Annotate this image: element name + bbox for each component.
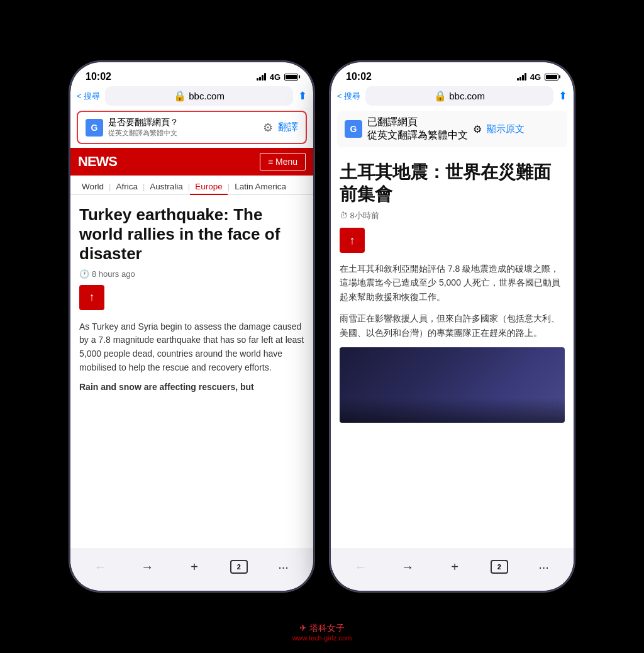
signal-label-left: 4G bbox=[270, 72, 280, 82]
time-right: 10:02 bbox=[346, 71, 372, 82]
watermark-text: 塔科女子 bbox=[309, 623, 345, 633]
translate-button-left[interactable]: 翻譯 bbox=[278, 121, 298, 134]
bottom-bar-right: ← → + 2 ··· bbox=[331, 549, 574, 591]
battery-right bbox=[545, 74, 558, 81]
translate-bar-right: G 已翻譯網頁 從英文翻譯為繁體中文 ⚙ 顯示原文 bbox=[337, 111, 567, 147]
gear-icon-left[interactable]: ⚙ bbox=[263, 121, 273, 135]
status-bar-left: 10:02 4G bbox=[70, 62, 313, 85]
search-back-right[interactable]: < 搜尋 bbox=[337, 91, 360, 102]
more-btn-right[interactable]: ··· bbox=[533, 555, 555, 578]
lock-icon-right: 🔒 bbox=[434, 90, 447, 102]
phone-right: 10:02 4G < 搜尋 🔒 bbc.com ⬆ bbox=[330, 61, 575, 592]
article-para2-left: Rain and snow are affecting rescuers, bu… bbox=[79, 381, 304, 394]
watermark-icon: ✈ bbox=[299, 623, 307, 633]
bbc-header-left: NEWS ≡ Menu bbox=[70, 148, 313, 176]
nav-europe-left[interactable]: Europe bbox=[190, 179, 228, 195]
translated-para2-right: 雨雪正在影響救援人員，但來自許多國家（包括意大利、美國、以色列和台灣）的專業團隊… bbox=[340, 311, 565, 340]
share-button-left[interactable]: ↑ bbox=[79, 285, 104, 310]
tab-box-left[interactable]: 2 bbox=[230, 560, 248, 574]
share-icon-right[interactable]: ⬆ bbox=[558, 89, 567, 103]
share-button-right[interactable]: ↑ bbox=[340, 228, 365, 253]
phone-left: 10:02 4G < 搜尋 🔒 bbc.com ⬆ bbox=[69, 61, 314, 592]
plus-btn-left[interactable]: + bbox=[183, 555, 206, 578]
translate-text-right: 已翻譯網頁 從英文翻譯為繁體中文 bbox=[367, 116, 468, 142]
google-translate-icon-left: G bbox=[86, 119, 103, 137]
signal-label-right: 4G bbox=[530, 72, 541, 82]
watermark-url: www.tech-girlz.com bbox=[292, 634, 352, 642]
bbc-menu-button-left[interactable]: ≡ Menu bbox=[260, 153, 306, 170]
tab-box-right[interactable]: 2 bbox=[491, 560, 508, 574]
translate-sub-left: 從英文翻譯為繁體中文 bbox=[108, 128, 258, 138]
google-translate-icon-right: G bbox=[345, 120, 362, 138]
address-bar-left[interactable]: 🔒 bbc.com bbox=[105, 86, 293, 106]
nav-australia-left[interactable]: Australia bbox=[145, 179, 188, 195]
scene: 10:02 4G < 搜尋 🔒 bbc.com ⬆ bbox=[57, 36, 587, 617]
nav-latin-left[interactable]: Latin America bbox=[230, 179, 291, 195]
back-btn-right[interactable]: ← bbox=[349, 555, 372, 578]
forward-btn-right[interactable]: → bbox=[396, 555, 419, 578]
article-time-text-left: 8 hours ago bbox=[92, 269, 135, 279]
article-time-left: 🕐 8 hours ago bbox=[79, 269, 304, 279]
bbc-content-left: NEWS ≡ Menu World | Africa | Australia |… bbox=[70, 148, 313, 549]
article-body-left: As Turkey and Syria begin to assess the … bbox=[79, 320, 304, 394]
show-original-button-right[interactable]: 顯示原文 bbox=[487, 123, 525, 135]
translate-sub-right: 從英文翻譯為繁體中文 bbox=[367, 129, 468, 142]
url-left: bbc.com bbox=[189, 91, 225, 101]
search-back-left[interactable]: < 搜尋 bbox=[77, 91, 100, 102]
translate-title-right: 已翻譯網頁 bbox=[367, 116, 468, 129]
address-bar-right[interactable]: 🔒 bbc.com bbox=[365, 86, 553, 106]
translated-headline-right: 土耳其地震：世界在災難面前集會 bbox=[340, 161, 565, 205]
forward-btn-left[interactable]: → bbox=[136, 555, 158, 578]
translated-body-right: 在土耳其和敘利亞開始評估 7.8 級地震造成的破壞之際，這場地震迄今已造成至少 … bbox=[340, 262, 565, 340]
watermark: ✈ 塔科女子 www.tech-girlz.com bbox=[292, 623, 352, 642]
time-left: 10:02 bbox=[86, 71, 111, 82]
article-time-text-right: ⏱ 8小時前 bbox=[340, 210, 379, 221]
battery-left bbox=[284, 74, 298, 81]
url-right: bbc.com bbox=[449, 91, 485, 101]
nav-world-left[interactable]: World bbox=[77, 179, 109, 195]
bottom-bar-left: ← → + 2 ··· bbox=[70, 549, 313, 591]
article-image-right bbox=[340, 347, 565, 423]
bbc-logo-left: NEWS bbox=[78, 153, 117, 170]
back-btn-left[interactable]: ← bbox=[89, 555, 111, 578]
nav-africa-left[interactable]: Africa bbox=[111, 179, 143, 195]
status-icons-right: 4G bbox=[517, 72, 558, 82]
more-btn-left[interactable]: ··· bbox=[272, 555, 295, 578]
article-para1-left: As Turkey and Syria begin to assess the … bbox=[79, 320, 304, 375]
translate-title-left: 是否要翻譯網頁？ bbox=[108, 117, 258, 128]
article-area-left: Turkey earthquake: The world rallies in … bbox=[70, 195, 313, 549]
gear-icon-right[interactable]: ⚙ bbox=[473, 123, 482, 135]
translate-text-left: 是否要翻譯網頁？ 從英文翻譯為繁體中文 bbox=[108, 117, 258, 138]
bbc-nav-left: World | Africa | Australia | Europe | La… bbox=[70, 176, 313, 195]
signal-bars-left bbox=[257, 73, 266, 81]
translated-para1-right: 在土耳其和敘利亞開始評估 7.8 級地震造成的破壞之際，這場地震迄今已造成至少 … bbox=[340, 262, 565, 304]
translated-article-right: 土耳其地震：世界在災難面前集會 ⏱ 8小時前 ↑ 在土耳其和敘利亞開始評估 7.… bbox=[331, 151, 574, 549]
plus-btn-right[interactable]: + bbox=[443, 555, 466, 578]
status-icons-left: 4G bbox=[257, 72, 298, 82]
share-arrow-icon-left: ↑ bbox=[89, 291, 95, 304]
status-bar-right: 10:02 4G bbox=[331, 62, 574, 85]
clock-icon-left: 🕐 bbox=[79, 269, 89, 279]
lock-icon-left: 🔒 bbox=[174, 90, 186, 102]
watermark-brand: ✈ 塔科女子 bbox=[292, 623, 352, 634]
article-time-right: ⏱ 8小時前 bbox=[340, 210, 565, 221]
address-row-right: < 搜尋 🔒 bbc.com ⬆ bbox=[331, 85, 574, 109]
share-icon-left[interactable]: ⬆ bbox=[298, 89, 307, 103]
address-row-left: < 搜尋 🔒 bbc.com ⬆ bbox=[70, 85, 313, 109]
article-headline-left: Turkey earthquake: The world rallies in … bbox=[79, 205, 304, 264]
signal-bars-right bbox=[517, 73, 526, 81]
translate-bar-left: G 是否要翻譯網頁？ 從英文翻譯為繁體中文 ⚙ 翻譯 bbox=[77, 111, 307, 144]
share-arrow-icon-right: ↑ bbox=[350, 234, 355, 247]
